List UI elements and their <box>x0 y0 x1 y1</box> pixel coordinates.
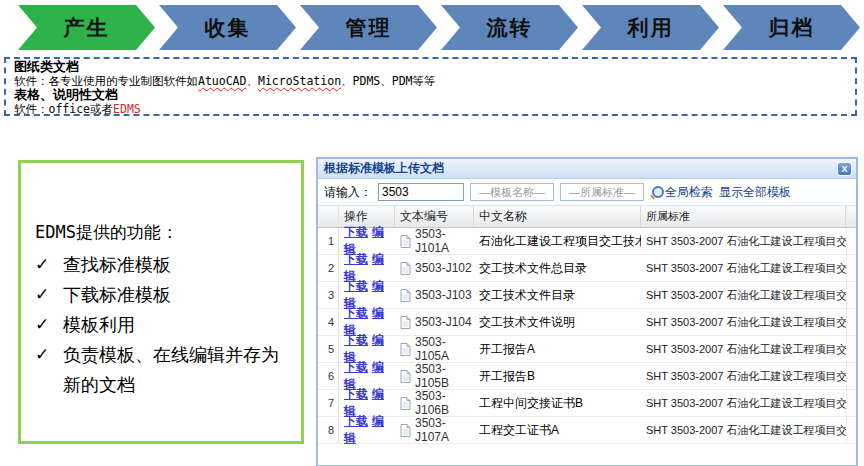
download-link[interactable]: 下载 <box>344 360 368 374</box>
doc-number: 3503-J102 <box>415 261 472 275</box>
note-software-line1: 软件：各专业使用的专业制图软件如AtuoCAD、MicroStation、PDM… <box>14 74 847 88</box>
table-row[interactable]: 2 下载编辑 3503-J102 交工技术文件总目录 SHT 3503-2007… <box>318 255 856 282</box>
doc-number-cell: 3503-J105B <box>395 362 474 390</box>
header-rownum <box>318 206 339 227</box>
feature-item: ✓查找标准模板 <box>35 250 293 280</box>
doc-standard: SHT 3503-2007 石油化工建设工程项目交工… <box>641 369 846 384</box>
row-number: 2 <box>318 255 339 281</box>
window-title: 根据标准模板上传文档 <box>324 160 837 177</box>
doc-number: 3503-J103 <box>415 288 472 302</box>
slide-canvas: 产生 收集 管理 流转 利用 归档 图纸类文档 软件：各专业使用的专业制图软件如… <box>0 0 864 466</box>
row-gutter <box>846 309 856 335</box>
flow-step-collect: 收集 <box>159 5 296 50</box>
row-number: 5 <box>318 336 339 362</box>
flow-step-manage: 管理 <box>300 5 437 50</box>
check-icon: ✓ <box>35 340 63 400</box>
table-row[interactable]: 1 下载编辑 3503-J101A 石油化工建设工程项目交工技术文件封面A SH… <box>318 228 856 255</box>
document-icon <box>400 343 411 356</box>
flow-step-label: 流转 <box>487 14 533 42</box>
check-icon: ✓ <box>35 250 63 280</box>
feature-item: ✓负责模板、在线编辑并存为新的文档 <box>35 340 293 400</box>
flow-step-archive: 归档 <box>723 5 860 50</box>
row-gutter <box>846 255 856 281</box>
table-row[interactable]: 7 下载编辑 3503-J106B 工程中间交接证书B SHT 3503-200… <box>318 390 856 417</box>
note-title-drawings: 图纸类文档 <box>14 60 847 74</box>
table-row[interactable]: 5 下载编辑 3503-J105A 开工报告A SHT 3503-2007 石油… <box>318 336 856 363</box>
header-doc-no: 文本编号 <box>395 206 474 227</box>
process-flow-bar: 产生 收集 管理 流转 利用 归档 <box>18 5 860 50</box>
flow-step-label: 管理 <box>346 14 392 42</box>
row-gutter <box>846 336 856 362</box>
doc-name: 开工报告A <box>474 341 641 358</box>
flow-step-utilize: 利用 <box>582 5 719 50</box>
doc-standard: SHT 3503-2007 石油化工建设工程项目交工… <box>641 288 846 303</box>
flow-step-label: 收集 <box>205 14 251 42</box>
magnifier-icon <box>650 186 662 198</box>
download-link[interactable]: 下载 <box>344 279 368 293</box>
document-icon <box>400 370 411 383</box>
note-title-tables: 表格、说明性文档 <box>14 88 847 102</box>
document-icon <box>400 316 411 329</box>
check-icon: ✓ <box>35 280 63 310</box>
header-gutter <box>846 206 856 227</box>
download-link[interactable]: 下载 <box>344 387 368 401</box>
doc-number-cell: 3503-J107A <box>395 416 474 444</box>
edms-highlight: EDMS <box>113 102 141 116</box>
note-software-line2: 软件：office或者EDMS <box>14 102 847 116</box>
table-header-row: 操作 文本编号 中文名称 所属标准 <box>318 206 856 228</box>
row-gutter <box>846 228 856 254</box>
table-row[interactable]: 4 下载编辑 3503-J104 交工技术文件说明 SHT 3503-2007 … <box>318 309 856 336</box>
doc-number: 3503-J107A <box>415 416 474 444</box>
doc-name: 交工技术文件说明 <box>474 314 641 331</box>
search-toolbar: 请输入： —模板名称— —所属标准— 全局检索 显示全部模板 <box>318 179 856 206</box>
input-label: 请输入： <box>324 184 372 201</box>
doc-number: 3503-J101A <box>415 227 474 255</box>
doc-number-cell: 3503-J102 <box>395 261 474 275</box>
doc-standard: SHT 3503-2007 石油化工建设工程项目交工… <box>641 396 846 411</box>
check-icon: ✓ <box>35 310 63 340</box>
document-icon <box>400 424 411 437</box>
templates-table: 操作 文本编号 中文名称 所属标准 1 下载编辑 3503-J101A 石油化工… <box>318 206 856 444</box>
doc-standard: SHT 3503-2007 石油化工建设工程项目交工… <box>641 261 846 276</box>
row-number: 3 <box>318 282 339 308</box>
download-link[interactable]: 下载 <box>344 414 368 428</box>
feature-item: ✓下载标准模板 <box>35 280 293 310</box>
row-number: 6 <box>318 363 339 389</box>
table-row[interactable]: 3 下载编辑 3503-J103 交工技术文件目录 SHT 3503-2007 … <box>318 282 856 309</box>
row-actions: 下载编辑 <box>339 413 395 447</box>
table-row[interactable]: 8 下载编辑 3503-J107A 工程交工证书A SHT 3503-2007 … <box>318 417 856 444</box>
feature-item: ✓模板利用 <box>35 310 293 340</box>
show-all-templates-button[interactable]: 显示全部模板 <box>719 184 791 201</box>
doc-number: 3503-J105B <box>415 362 474 390</box>
standard-select[interactable]: —所属标准— <box>560 183 644 201</box>
flow-step-label: 利用 <box>628 14 674 42</box>
search-input[interactable] <box>378 183 464 201</box>
header-name: 中文名称 <box>474 206 641 227</box>
download-link[interactable]: 下载 <box>344 306 368 320</box>
table-row[interactable]: 6 下载编辑 3503-J105B 开工报告B SHT 3503-2007 石油… <box>318 363 856 390</box>
download-link[interactable]: 下载 <box>344 225 368 239</box>
flow-step-label: 产生 <box>64 14 110 42</box>
row-gutter <box>846 282 856 308</box>
template-name-select[interactable]: —模板名称— <box>470 183 554 201</box>
document-icon <box>400 262 411 275</box>
close-icon[interactable]: X <box>837 162 852 176</box>
doc-number: 3503-J104 <box>415 315 472 329</box>
row-gutter <box>846 417 856 443</box>
doc-name: 石油化工建设工程项目交工技术文件封面A <box>474 233 641 250</box>
download-link[interactable]: 下载 <box>344 252 368 266</box>
row-gutter <box>846 390 856 416</box>
row-number: 8 <box>318 417 339 443</box>
flow-step-label: 归档 <box>769 14 815 42</box>
row-number: 7 <box>318 390 339 416</box>
global-search-button[interactable]: 全局检索 <box>650 184 713 201</box>
doc-name: 开工报告B <box>474 368 641 385</box>
doc-number-cell: 3503-J106B <box>395 389 474 417</box>
doc-standard: SHT 3503-2007 石油化工建设工程项目交工… <box>641 342 846 357</box>
download-link[interactable]: 下载 <box>344 333 368 347</box>
header-standard: 所属标准 <box>641 206 846 227</box>
document-icon <box>400 235 411 248</box>
doc-number-cell: 3503-J101A <box>395 227 474 255</box>
doc-number-cell: 3503-J105A <box>395 335 474 363</box>
doc-number-cell: 3503-J104 <box>395 315 474 329</box>
